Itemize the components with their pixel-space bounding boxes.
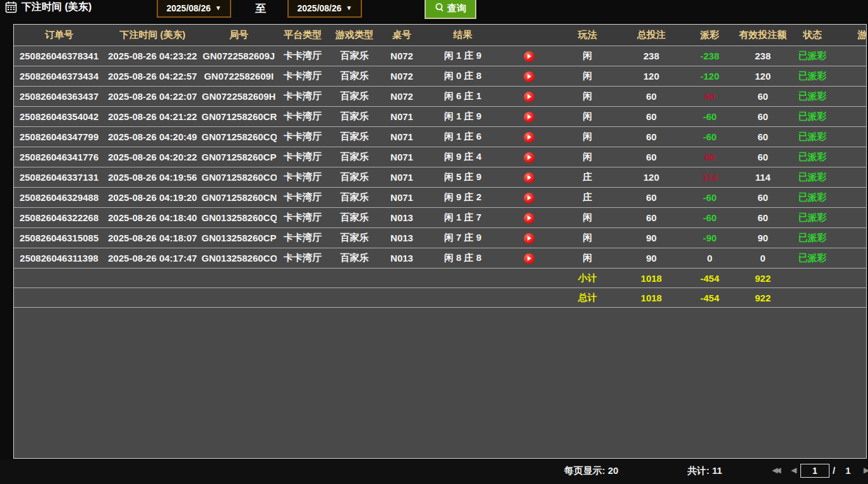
cell-game-detail <box>835 127 867 147</box>
cell-total-bet: 90 <box>619 228 684 248</box>
first-page-icon[interactable]: ◀◀ <box>772 466 778 475</box>
cell-order-id: 250826046322268 <box>14 208 104 228</box>
cell-round-id: GN013258260CQ <box>201 208 277 228</box>
cell-play: 闲 <box>556 127 619 147</box>
chevron-down-icon: ▼ <box>215 5 222 11</box>
table-body: 250826046378341 2025-08-26 04:23:22 GN07… <box>14 46 867 269</box>
next-page-icon[interactable]: ▶ <box>864 466 868 475</box>
subtotal-label: 小计 <box>556 269 619 288</box>
cell-result: 闲 1 庄 9 <box>423 46 502 66</box>
table-row: 250826046373434 2025-08-26 04:22:57 GN07… <box>14 66 867 87</box>
replay-play-icon[interactable] <box>524 92 534 102</box>
cell-bet-time: 2025-08-26 04:20:22 <box>104 147 201 167</box>
cell-valid-bet: 0 <box>736 248 790 269</box>
cell-bet-time: 2025-08-26 04:22:07 <box>104 87 201 107</box>
cell-play: 庄 <box>556 188 619 208</box>
col-header-replay <box>502 25 556 46</box>
chevron-down-icon: ▼ <box>346 5 353 11</box>
cell-total-bet: 60 <box>619 87 684 107</box>
date-to-select[interactable]: 2025/08/26 ▼ <box>287 0 362 18</box>
query-button[interactable]: 查询 <box>425 0 476 19</box>
cell-bet-time: 2025-08-26 04:17:47 <box>104 248 201 269</box>
page-total-label: / 1 <box>833 465 855 476</box>
replay-play-icon[interactable] <box>524 152 534 163</box>
cell-game-type: 百家乐 <box>329 167 380 188</box>
replay-play-icon[interactable] <box>524 233 534 244</box>
cell-payout: -60 <box>684 107 736 127</box>
table-row: 250826046337131 2025-08-26 04:19:56 GN07… <box>14 167 867 188</box>
cell-bet-time: 2025-08-26 04:20:49 <box>104 127 201 147</box>
cell-game-detail <box>835 228 867 248</box>
cell-total-bet: 60 <box>619 107 684 127</box>
table-row: 250826046315085 2025-08-26 04:18:07 GN01… <box>14 228 867 248</box>
bet-records-table: 订单号 下注时间 (美东) 局号 平台类型 游戏类型 桌号 结果 玩法 总投注 … <box>14 25 867 308</box>
cell-result: 闲 1 庄 9 <box>423 107 502 127</box>
cell-table-no: N072 <box>380 46 423 66</box>
cell-payout: -90 <box>684 228 736 248</box>
cell-platform: 卡卡湾厅 <box>277 87 329 107</box>
col-header-round-id: 局号 <box>201 25 277 46</box>
status-badge: 已派彩 <box>790 188 835 208</box>
cell-play: 闲 <box>556 147 619 167</box>
replay-play-icon[interactable] <box>524 51 534 62</box>
col-header-valid-bet: 有效投注额 <box>736 25 790 46</box>
cell-platform: 卡卡湾厅 <box>277 46 329 66</box>
table-row: 250826046341776 2025-08-26 04:20:22 GN07… <box>14 147 867 167</box>
cell-platform: 卡卡湾厅 <box>277 228 329 248</box>
page-number-input[interactable] <box>800 464 829 478</box>
table-row: 250826046378341 2025-08-26 04:23:22 GN07… <box>14 46 867 66</box>
cell-platform: 卡卡湾厅 <box>277 188 329 208</box>
cell-game-detail <box>835 167 867 188</box>
total-count-label: 共计: 11 <box>687 465 722 477</box>
total-label: 总计 <box>556 288 619 308</box>
col-header-order-id: 订单号 <box>14 25 104 46</box>
prev-page-icon[interactable]: ◀ <box>791 466 797 475</box>
bet-time-filter-text: 下注时间 (美东) <box>21 1 92 14</box>
col-header-payout: 派彩 <box>684 25 736 46</box>
pagination-footer: 每页显示: 20 共计: 11 ◀◀ ◀ / 1 ▶ <box>0 459 868 484</box>
cell-replay <box>502 208 556 228</box>
cell-payout: 60 <box>684 147 736 167</box>
cell-table-no: N013 <box>380 228 423 248</box>
cell-game-type: 百家乐 <box>329 87 380 107</box>
cell-result: 闲 0 庄 8 <box>423 66 502 87</box>
replay-play-icon[interactable] <box>524 71 534 82</box>
cell-play: 闲 <box>556 107 619 127</box>
total-valid-bet: 922 <box>736 288 790 308</box>
cell-bet-time: 2025-08-26 04:23:22 <box>104 46 201 66</box>
page-size-label: 每页显示: 20 <box>564 465 618 477</box>
cell-platform: 卡卡湾厅 <box>277 66 329 87</box>
query-button-label: 查询 <box>447 3 466 15</box>
replay-play-icon[interactable] <box>524 193 534 203</box>
cell-order-id: 250826046329488 <box>14 188 104 208</box>
replay-play-icon[interactable] <box>524 172 534 183</box>
status-badge: 已派彩 <box>790 248 835 269</box>
cell-result: 闲 9 庄 4 <box>423 147 502 167</box>
cell-platform: 卡卡湾厅 <box>277 208 329 228</box>
cell-round-id: GN071258260CN <box>201 188 277 208</box>
cell-order-id: 250826046337131 <box>14 167 104 188</box>
cell-total-bet: 60 <box>619 188 684 208</box>
status-badge: 已派彩 <box>790 66 835 87</box>
replay-play-icon[interactable] <box>524 112 534 123</box>
cell-table-no: N071 <box>380 167 423 188</box>
date-to-value: 2025/08/26 <box>298 3 342 13</box>
cell-order-id: 250826046373434 <box>14 66 104 87</box>
col-header-total-bet: 总投注 <box>619 25 684 46</box>
cell-valid-bet: 60 <box>736 127 790 147</box>
cell-replay <box>502 167 556 188</box>
replay-play-icon[interactable] <box>524 132 534 143</box>
replay-play-icon[interactable] <box>524 213 534 224</box>
status-badge: 已派彩 <box>790 107 835 127</box>
table-row: 250826046354042 2025-08-26 04:21:22 GN07… <box>14 107 867 127</box>
date-from-select[interactable]: 2025/08/26 ▼ <box>157 0 231 18</box>
cell-table-no: N071 <box>380 188 423 208</box>
replay-play-icon[interactable] <box>524 253 534 264</box>
col-header-platform: 平台类型 <box>277 25 329 46</box>
subtotal-row: 小计 1018 -454 922 <box>14 269 867 288</box>
cell-result: 闲 5 庄 9 <box>423 167 502 188</box>
cell-game-type: 百家乐 <box>329 147 380 167</box>
cell-game-type: 百家乐 <box>329 107 380 127</box>
cell-result: 闲 9 庄 2 <box>423 188 502 208</box>
cell-round-id: GN013258260CP <box>201 228 277 248</box>
